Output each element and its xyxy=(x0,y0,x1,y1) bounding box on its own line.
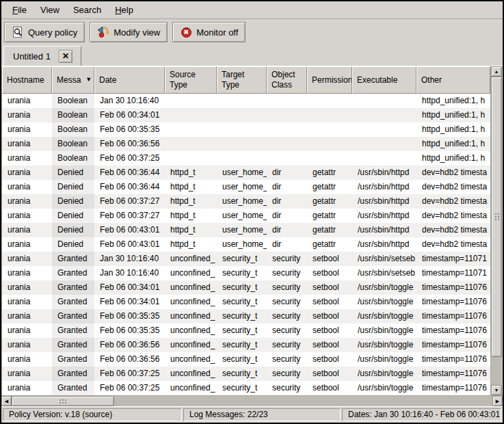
menu-file[interactable]: File xyxy=(5,3,34,17)
cell-executable: /usr/sbin/toggle xyxy=(352,295,416,309)
table-row[interactable]: urania Granted Feb 06 00:34:01 unconfine… xyxy=(2,280,490,295)
cell-hostname: urania xyxy=(2,252,52,266)
column-header-other[interactable]: Other xyxy=(416,66,490,94)
table-row[interactable]: urania Granted Feb 06 00:35:35 unconfine… xyxy=(2,309,490,323)
column-header-hostname[interactable]: Hostname xyxy=(2,66,52,94)
query-policy-label: Query policy xyxy=(28,27,77,38)
table-row[interactable]: urania Denied Feb 06 00:36:44 httpd_t us… xyxy=(2,180,490,194)
cell-other: timestamp=11076 xyxy=(416,323,490,338)
cell-date: Feb 06 00:35:35 xyxy=(94,122,165,137)
cell-executable xyxy=(352,94,416,108)
column-header-source-type[interactable]: Source Type xyxy=(165,66,217,94)
vertical-scrollbar[interactable]: ▲ ▼ xyxy=(490,66,502,395)
cell-permission xyxy=(307,94,352,108)
scroll-right-button[interactable]: ▶ xyxy=(492,396,503,406)
table-row[interactable]: urania Granted Feb 06 00:34:01 unconfine… xyxy=(2,295,490,309)
cell-message: Granted xyxy=(52,280,94,295)
scroll-down-button[interactable]: ▼ xyxy=(491,385,502,395)
cell-source-type: httpd_t xyxy=(165,194,217,209)
menubar: File View Search Help xyxy=(1,1,503,19)
query-policy-icon xyxy=(12,26,24,38)
table-row[interactable]: urania Denied Feb 06 00:43:01 httpd_t us… xyxy=(2,237,490,252)
cell-source-type: unconfined_ xyxy=(165,381,217,395)
horizontal-scrollbar[interactable]: ◀ ▶ xyxy=(1,395,503,406)
menu-help[interactable]: Help xyxy=(108,3,140,17)
menu-view[interactable]: View xyxy=(34,3,66,17)
scroll-left-button[interactable]: ◀ xyxy=(1,396,12,406)
column-header-permission[interactable]: Permission xyxy=(307,66,352,94)
monitor-off-button[interactable]: ✖ Monitor off xyxy=(172,22,246,42)
cell-executable: /usr/sbin/setseb xyxy=(352,266,416,280)
scroll-up-button[interactable]: ▲ xyxy=(491,66,502,77)
cell-message: Granted xyxy=(52,381,94,395)
cell-hostname: urania xyxy=(2,367,52,381)
table-row[interactable]: urania Denied Feb 06 00:37:27 httpd_t us… xyxy=(2,194,490,209)
table-row[interactable]: urania Granted Jan 30 10:16:40 unconfine… xyxy=(2,252,490,266)
cell-object-class: dir xyxy=(267,223,307,237)
table-row[interactable]: urania Granted Feb 06 00:36:56 unconfine… xyxy=(2,338,490,352)
vertical-scrollbar-thumb[interactable] xyxy=(491,77,502,357)
horizontal-scrollbar-track[interactable] xyxy=(12,396,492,406)
column-header-object-class[interactable]: Object Class xyxy=(267,66,307,94)
cell-other: httpd_unified:1, h xyxy=(416,94,490,108)
cell-permission xyxy=(307,151,352,165)
cell-other: timestamp=11071 xyxy=(416,252,490,266)
cell-source-type: httpd_t xyxy=(165,165,217,180)
table-row[interactable]: urania Boolean Feb 06 00:37:25 httpd_uni… xyxy=(2,151,490,165)
cell-target-type: user_home_ xyxy=(217,165,267,180)
cell-source-type: unconfined_ xyxy=(165,309,217,323)
cell-hostname: urania xyxy=(2,266,52,280)
cell-object-class: dir xyxy=(267,165,307,180)
cell-target-type xyxy=(217,122,267,137)
tab-untitled-1[interactable]: Untitled 1 ✕ xyxy=(3,46,81,66)
cell-object-class xyxy=(267,94,307,108)
cell-message: Denied xyxy=(52,194,94,209)
column-header-executable[interactable]: Executable xyxy=(352,66,416,94)
cell-permission: getattr xyxy=(307,209,352,223)
table-row[interactable]: urania Granted Feb 06 00:37:25 unconfine… xyxy=(2,367,490,381)
cell-permission: setbool xyxy=(307,309,352,323)
cell-source-type xyxy=(165,137,217,151)
cell-date: Feb 06 00:36:56 xyxy=(94,137,165,151)
table-row[interactable]: urania Granted Feb 06 00:35:35 unconfine… xyxy=(2,323,490,338)
table-row[interactable]: urania Granted Feb 06 00:37:25 unconfine… xyxy=(2,381,490,395)
cell-permission: setbool xyxy=(307,323,352,338)
table-row[interactable]: urania Boolean Feb 06 00:34:01 httpd_uni… xyxy=(2,108,490,122)
cell-hostname: urania xyxy=(2,323,52,338)
arrow-right-icon: ▶ xyxy=(496,399,499,403)
cell-date: Feb 06 00:36:44 xyxy=(94,180,165,194)
cell-object-class xyxy=(267,108,307,122)
tab-label: Untitled 1 xyxy=(13,51,51,62)
cell-hostname: urania xyxy=(2,338,52,352)
modify-view-button[interactable]: Modify view xyxy=(90,22,168,42)
cell-executable: /usr/sbin/toggle xyxy=(352,280,416,295)
cell-target-type: user_home_ xyxy=(217,209,267,223)
table-row[interactable]: urania Boolean Feb 06 00:36:56 httpd_uni… xyxy=(2,137,490,151)
cell-hostname: urania xyxy=(2,194,52,209)
query-policy-button[interactable]: Query policy xyxy=(4,22,85,42)
table-row[interactable]: urania Boolean Jan 30 10:16:40 httpd_uni… xyxy=(2,94,490,108)
table-row[interactable]: urania Granted Feb 06 00:36:56 unconfine… xyxy=(2,352,490,367)
vertical-scrollbar-track[interactable] xyxy=(491,77,502,385)
menu-search[interactable]: Search xyxy=(66,3,108,17)
table-row[interactable]: urania Boolean Feb 06 00:35:35 httpd_uni… xyxy=(2,122,490,137)
column-header-date[interactable]: Date xyxy=(94,66,165,94)
tab-close-button[interactable]: ✕ xyxy=(59,50,72,63)
table-row[interactable]: urania Denied Feb 06 00:43:01 httpd_t us… xyxy=(2,223,490,237)
column-header-message[interactable]: Messa▼ xyxy=(52,66,94,94)
cell-target-type: security_t xyxy=(217,352,267,367)
table-row[interactable]: urania Denied Feb 06 00:37:27 httpd_t us… xyxy=(2,209,490,223)
cell-executable: /usr/sbin/httpd xyxy=(352,237,416,252)
cell-hostname: urania xyxy=(2,165,52,180)
table-row[interactable]: urania Denied Feb 06 00:36:44 httpd_t us… xyxy=(2,165,490,180)
cell-target-type xyxy=(217,137,267,151)
cell-target-type: security_t xyxy=(217,338,267,352)
cell-permission: getattr xyxy=(307,194,352,209)
column-header-target-type[interactable]: Target Type xyxy=(217,66,267,94)
cell-date: Feb 06 00:37:27 xyxy=(94,209,165,223)
cell-message: Granted xyxy=(52,252,94,266)
table-row[interactable]: urania Granted Jan 30 10:16:40 unconfine… xyxy=(2,266,490,280)
dates-label: Dates: Jan 30 10:16:40 - Feb 06 00:43:01 xyxy=(342,408,501,421)
cell-message: Denied xyxy=(52,165,94,180)
horizontal-scrollbar-thumb[interactable] xyxy=(12,396,114,406)
